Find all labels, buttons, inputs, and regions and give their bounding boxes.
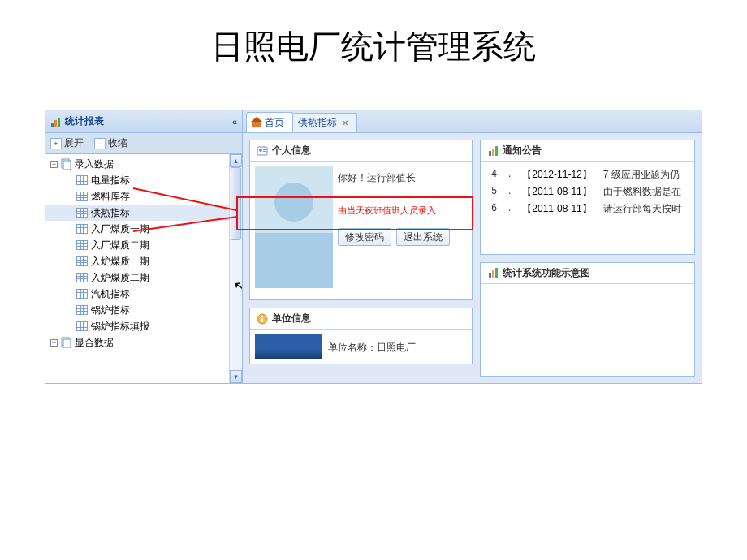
svg-rect-4 (63, 161, 71, 170)
tree-node-power-index[interactable]: 电量指标 (45, 172, 242, 188)
tab-close-button[interactable]: ✕ (342, 118, 348, 127)
svg-rect-2 (58, 118, 60, 127)
notice-row[interactable]: 6. 【2011-08-11】 请运行部每天按时 (484, 200, 691, 218)
tree-node-input-data[interactable]: − 录入数据 (45, 156, 242, 172)
personal-info-title: 个人信息 (250, 140, 472, 162)
grid-icon (76, 240, 88, 250)
svg-rect-13 (261, 316, 263, 317)
tab-heat-index[interactable]: 供热指标 ✕ (292, 113, 357, 132)
svg-rect-17 (489, 273, 491, 278)
panel-title-label: 个人信息 (272, 144, 311, 157)
tab-label: 首页 (265, 116, 284, 130)
svg-rect-9 (263, 149, 266, 150)
notice-row[interactable]: 4. 【2012-11-12】 7 级应用业题为仍 (484, 166, 691, 183)
svg-rect-6 (63, 339, 71, 348)
greeting-text: 你好！运行部值长 (338, 166, 467, 185)
tree-node-summary-data[interactable]: − 显合数据 (45, 334, 242, 351)
svg-rect-0 (51, 123, 54, 127)
collapse-all-button[interactable]: − 收缩 (94, 136, 127, 150)
info-icon (257, 313, 268, 325)
svg-rect-18 (492, 270, 494, 278)
notice-text: 由于燃料数据是在 (603, 185, 681, 199)
org-body: 单位名称：日照电厂 (250, 330, 472, 364)
sidebar-toolbar: + 展开 − 收缩 (45, 133, 242, 154)
panel-title-label: 单位信息 (272, 312, 311, 325)
grid-icon (76, 208, 88, 218)
expand-all-button[interactable]: + 展开 (50, 136, 84, 150)
logout-button[interactable]: 退出系统 (396, 228, 450, 246)
tabs-row: 首页 供热指标 ✕ (243, 110, 702, 133)
page-title: 日照电厂统计管理系统 (0, 0, 747, 110)
tree-label: 供热指标 (91, 206, 130, 220)
tree-label: 入炉煤质二期 (91, 271, 149, 285)
tree-label: 入厂煤质一期 (91, 222, 149, 236)
app-window: 统计报表 « + 展开 − 收缩 − 录入数据 电量指标 燃料库存 供热指标 入… (45, 110, 702, 384)
page-stack-icon (60, 158, 71, 170)
sidebar: 统计报表 « + 展开 − 收缩 − 录入数据 电量指标 燃料库存 供热指标 入… (45, 110, 243, 383)
tree-label: 汽机指标 (91, 287, 130, 301)
tree-node-boiler-fill[interactable]: 锅炉指标填报 (45, 318, 242, 334)
avatar (255, 166, 333, 288)
sidebar-collapse-button[interactable]: « (232, 117, 237, 127)
svg-rect-10 (263, 151, 266, 152)
svg-rect-19 (495, 268, 498, 278)
grid-icon (76, 273, 88, 282)
main-area: 首页 供热指标 ✕ 个人信息 (243, 110, 702, 383)
notice-date: 【2012-11-12】 (522, 168, 591, 182)
toolbar-divider (89, 136, 89, 151)
notice-title: 通知公告 (481, 140, 694, 162)
tree-label: 显合数据 (75, 336, 114, 350)
svg-rect-14 (489, 151, 491, 156)
tab-home[interactable]: 首页 (246, 112, 293, 132)
notice-panel: 通知公告 4. 【2012-11-12】 7 级应用业题为仍 5. 【2011-… (480, 140, 695, 255)
scroll-down-button[interactable]: ▼ (230, 370, 242, 383)
tree-toggle-icon[interactable]: − (50, 161, 58, 168)
tree-node-incoal-p2[interactable]: 入厂煤质二期 (45, 237, 242, 253)
grid-icon (76, 192, 88, 201)
tree-node-turbine[interactable]: 汽机指标 (45, 286, 242, 302)
personal-body: 你好！运行部值长 由当天夜班值班人员录入 修改密码 退出系统 (250, 162, 472, 299)
tree-node-boiler[interactable]: 锅炉指标 (45, 302, 242, 318)
scroll-up-button[interactable]: ▲ (230, 154, 242, 167)
change-password-button[interactable]: 修改密码 (338, 228, 391, 246)
tree-toggle-icon[interactable]: − (50, 339, 58, 347)
notice-num: 4 (487, 168, 497, 182)
tree-node-furnace-p1[interactable]: 入炉煤质一期 (45, 253, 242, 269)
tree-node-fuel-stock[interactable]: 燃料库存 (45, 188, 242, 205)
tree-label: 入厂煤质二期 (91, 239, 149, 252)
notice-date: 【2011-08-11】 (522, 185, 591, 199)
tree-node-furnace-p2[interactable]: 入炉煤质二期 (45, 269, 242, 286)
notice-num: 5 (487, 185, 497, 199)
home-icon (252, 118, 261, 127)
diagram-panel: 统计系统功能示意图 (480, 262, 695, 377)
nav-tree: − 录入数据 电量指标 燃料库存 供热指标 入厂煤质一期 入厂煤质二期 入炉煤质… (45, 154, 242, 383)
notice-text: 7 级应用业题为仍 (603, 168, 680, 182)
diagram-title: 统计系统功能示意图 (481, 263, 694, 284)
tree-node-heat-index[interactable]: 供热指标 (45, 205, 242, 221)
notice-list: 4. 【2012-11-12】 7 级应用业题为仍 5. 【2011-08-11… (481, 162, 694, 222)
content-row: 个人信息 你好！运行部值长 由当天夜班值班人员录入 修改密码 退出系统 (243, 133, 702, 383)
org-image (255, 334, 322, 359)
svg-rect-15 (492, 149, 494, 156)
tab-label: 供热指标 (298, 116, 337, 130)
svg-rect-1 (54, 120, 57, 127)
svg-rect-16 (495, 146, 498, 156)
page-stack-icon (60, 337, 71, 348)
grid-icon (76, 305, 88, 315)
grid-icon (76, 256, 88, 266)
grid-icon (76, 321, 88, 331)
tree-label: 锅炉指标填报 (91, 320, 149, 334)
personal-info-panel: 个人信息 你好！运行部值长 由当天夜班值班人员录入 修改密码 退出系统 (249, 140, 473, 300)
diagram-body (481, 284, 694, 317)
announcement-icon (487, 145, 499, 157)
notice-row[interactable]: 5. 【2011-08-11】 由于燃料数据是在 (484, 183, 691, 200)
collapse-icon: − (94, 138, 106, 149)
scroll-thumb[interactable] (231, 167, 241, 240)
org-info-title: 单位信息 (250, 308, 472, 330)
tree-scrollbar[interactable]: ▲ ▼ (229, 154, 242, 383)
tree-node-incoal-p1[interactable]: 入厂煤质一期 (45, 221, 242, 237)
grid-icon (76, 224, 88, 234)
notice-date: 【2011-08-11】 (522, 202, 591, 216)
person-card-icon (257, 145, 268, 157)
svg-rect-12 (261, 318, 263, 322)
